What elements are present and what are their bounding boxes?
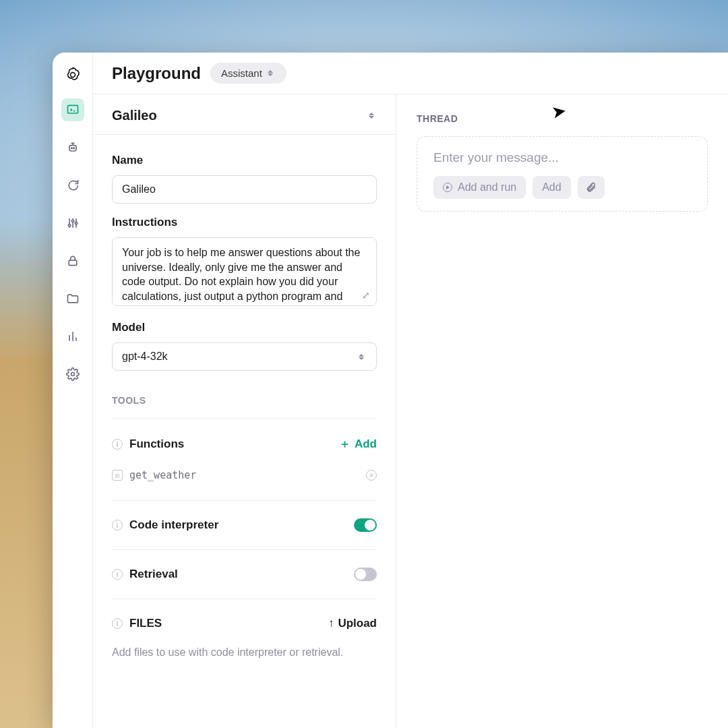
nav-files[interactable]: [61, 287, 84, 310]
divider: [112, 549, 377, 550]
divider: [112, 418, 377, 419]
divider: [112, 500, 377, 501]
sidebar: [53, 53, 93, 728]
nav-chat[interactable]: [61, 174, 84, 197]
files-row: i FILES ↑ Upload: [112, 611, 377, 636]
code-interpreter-label: Code interpreter: [129, 518, 218, 532]
plus-icon: ＋: [339, 436, 351, 452]
model-value: gpt-4-32k: [122, 351, 168, 363]
nav-tune[interactable]: [61, 212, 84, 235]
functions-label: Functions: [129, 437, 184, 451]
assistant-selector[interactable]: Galileo: [93, 94, 396, 135]
svg-point-7: [75, 222, 77, 224]
mode-dropdown-label: Assistant: [221, 67, 262, 79]
function-icon: ⊞: [112, 470, 123, 481]
nav-settings[interactable]: [61, 363, 84, 386]
files-hint: Add files to use with code interpreter o…: [112, 646, 377, 659]
add-label: Add: [355, 437, 377, 451]
nav-assistants[interactable]: [61, 136, 84, 159]
retrieval-row: i Retrieval: [112, 562, 377, 586]
add-button[interactable]: Add: [533, 176, 570, 199]
info-icon[interactable]: i: [112, 520, 123, 530]
tools-section-label: TOOLS: [112, 395, 377, 406]
thread-panel: THREAD ➤ Add and run Add: [396, 94, 728, 728]
chevrons-icon: [359, 352, 367, 361]
nav-usage[interactable]: [61, 325, 84, 348]
svg-rect-1: [67, 105, 78, 113]
instructions-textarea[interactable]: [112, 237, 377, 306]
chevrons-icon: [268, 69, 276, 78]
svg-point-9: [71, 373, 74, 376]
paperclip-icon: [586, 182, 597, 193]
add-and-run-label: Add and run: [458, 181, 516, 193]
main-area: Playground Assistant Galileo Name Instru…: [93, 53, 728, 728]
thread-label: THREAD: [417, 113, 708, 124]
delete-function-button[interactable]: ×: [366, 470, 377, 481]
expand-icon[interactable]: ⤢: [362, 290, 370, 301]
functions-row: i Functions ＋ Add: [112, 431, 377, 457]
assistant-name: Galileo: [112, 108, 157, 123]
name-label: Name: [112, 154, 377, 167]
message-actions: Add and run Add: [433, 176, 691, 199]
upload-button[interactable]: ↑ Upload: [328, 617, 377, 630]
svg-point-3: [71, 148, 72, 149]
upload-label: Upload: [338, 617, 377, 630]
header: Playground Assistant: [93, 53, 728, 94]
content: Galileo Name Instructions ⤢ Model gpt-4-…: [93, 94, 728, 728]
add-label: Add: [542, 181, 561, 193]
retrieval-toggle[interactable]: [354, 568, 377, 581]
add-function-button[interactable]: ＋ Add: [339, 436, 377, 452]
nav-security[interactable]: [61, 249, 84, 272]
assistant-form: Name Instructions ⤢ Model gpt-4-32k TOOL…: [93, 135, 396, 673]
info-icon[interactable]: i: [112, 439, 123, 450]
divider: [112, 599, 377, 599]
files-section-label: FILES: [129, 617, 162, 630]
svg-point-4: [73, 148, 74, 149]
info-icon[interactable]: i: [112, 569, 123, 580]
nav-playground[interactable]: [61, 98, 84, 121]
instructions-label: Instructions: [112, 216, 377, 229]
page-title: Playground: [112, 64, 201, 83]
message-input[interactable]: [433, 150, 691, 165]
mode-dropdown[interactable]: Assistant: [210, 63, 286, 84]
svg-point-5: [68, 224, 70, 226]
svg-rect-8: [69, 260, 77, 266]
retrieval-label: Retrieval: [129, 568, 178, 581]
attach-button[interactable]: [578, 176, 605, 199]
run-icon: [443, 183, 452, 192]
svg-point-0: [70, 73, 75, 78]
name-input[interactable]: [112, 175, 377, 204]
function-name: get_weather: [129, 469, 196, 481]
config-panel: Galileo Name Instructions ⤢ Model gpt-4-…: [93, 94, 396, 728]
code-interpreter-toggle[interactable]: [354, 518, 377, 532]
function-item: ⊞ get_weather ×: [112, 465, 377, 488]
app-window: Playground Assistant Galileo Name Instru…: [53, 53, 728, 728]
upload-icon: ↑: [328, 617, 334, 630]
svg-point-6: [71, 220, 73, 222]
info-icon[interactable]: i: [112, 618, 123, 629]
model-select[interactable]: gpt-4-32k: [112, 342, 377, 371]
chevrons-icon: [369, 111, 377, 121]
add-and-run-button[interactable]: Add and run: [433, 176, 526, 199]
model-label: Model: [112, 321, 377, 334]
openai-logo: [64, 66, 82, 84]
code-interpreter-row: i Code interpreter: [112, 513, 377, 537]
message-composer: Add and run Add: [417, 136, 708, 212]
